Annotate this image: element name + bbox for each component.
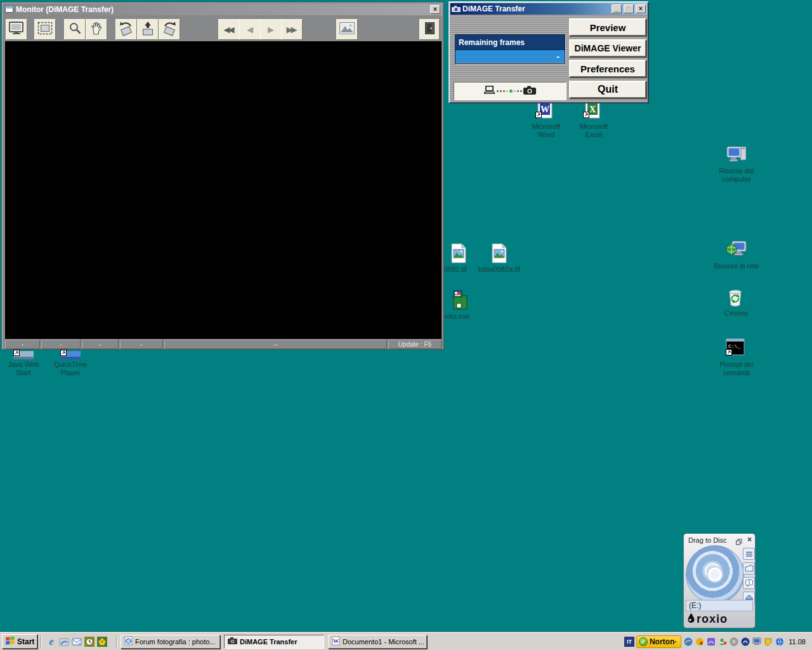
restore-icon[interactable] bbox=[736, 536, 742, 548]
security-tray-icon[interactable] bbox=[763, 637, 773, 646]
task-button-forum[interactable]: Forum fotografia : photo... bbox=[121, 635, 220, 649]
roxio-logo: roxio bbox=[688, 613, 728, 626]
taskbar-separator bbox=[41, 635, 42, 648]
info-button[interactable] bbox=[743, 577, 755, 589]
desktop-icon-recycle-bin[interactable]: Cestino bbox=[711, 287, 762, 317]
norton-tray-icon[interactable] bbox=[740, 637, 750, 646]
clock-app-icon[interactable] bbox=[83, 635, 96, 648]
prev-frame-button[interactable]: ◀ bbox=[239, 19, 261, 40]
desktop-icon-label: Java Web Start bbox=[8, 361, 39, 377]
rotate-ccw-button[interactable] bbox=[115, 19, 137, 40]
desktop-icon-tif-1[interactable]: 0082.tif bbox=[444, 243, 473, 274]
desktop-icon-exe[interactable]: icks.exe bbox=[445, 290, 476, 321]
quicktime-tray-icon[interactable] bbox=[683, 637, 693, 646]
exit-door-icon bbox=[425, 22, 435, 37]
svg-text:X: X bbox=[589, 105, 596, 114]
transfer-window: DiMAGE Transfer _ □ × Remaining frames -… bbox=[449, 1, 649, 103]
norton-badge[interactable]: ✓ Norton· bbox=[636, 635, 681, 648]
desktop-icon-command-prompt[interactable]: C:\_ Prompt dei comandi bbox=[711, 338, 762, 377]
desktop-icon-excel[interactable]: X Microsoft Excel bbox=[568, 100, 619, 139]
language-indicator[interactable]: IT bbox=[624, 637, 634, 647]
prev-frame-icon: ◀ bbox=[247, 25, 251, 34]
flip-up-button[interactable] bbox=[137, 19, 159, 40]
zoom-button[interactable] bbox=[64, 19, 86, 40]
drag-to-disc-title: Drag to Disc bbox=[688, 536, 727, 544]
dimage-viewer-button[interactable]: DiMAGE Viewer bbox=[569, 39, 646, 57]
windows-flag-icon bbox=[5, 636, 15, 647]
word-icon: W bbox=[332, 636, 340, 647]
list-button[interactable] bbox=[743, 548, 755, 560]
desktop-icon-my-computer[interactable]: Risorse del computer bbox=[711, 145, 762, 183]
desktop-icon-network[interactable]: Risorse di rete bbox=[711, 240, 762, 270]
monitor-title-bar[interactable]: Monitor (DiMAGE Transfer) × bbox=[3, 4, 442, 15]
monitor-window-title: Monitor (DiMAGE Transfer) bbox=[16, 5, 114, 14]
outlook-express-icon[interactable] bbox=[70, 635, 83, 648]
internet-explorer-icon[interactable]: e bbox=[45, 635, 58, 648]
status-segment: - bbox=[41, 340, 81, 349]
zoom-icon bbox=[69, 22, 82, 37]
maximize-icon[interactable]: □ bbox=[624, 4, 634, 13]
last-frame-button[interactable]: ▶▶ bbox=[281, 19, 303, 40]
status-segment: - bbox=[5, 340, 40, 349]
monitor-status-bar: - - - - -- Update : F5 bbox=[5, 340, 442, 349]
volume-tray-icon[interactable] bbox=[695, 637, 704, 646]
status-segment: - bbox=[82, 340, 119, 349]
close-icon[interactable]: × bbox=[747, 535, 752, 544]
image-view-button[interactable] bbox=[336, 19, 358, 40]
display-button[interactable] bbox=[6, 19, 27, 40]
drive-label-field[interactable]: (E:) bbox=[686, 600, 753, 611]
folder-button[interactable] bbox=[743, 562, 755, 574]
taskbar-separator bbox=[116, 635, 117, 648]
desktop-photos-icon[interactable] bbox=[58, 635, 70, 648]
messenger-tray-icon[interactable] bbox=[706, 637, 716, 646]
camera-icon bbox=[228, 637, 237, 646]
minimize-icon[interactable]: _ bbox=[612, 4, 622, 13]
link-dot bbox=[503, 90, 505, 92]
status-segment: -- bbox=[164, 340, 387, 349]
network-tray-icon[interactable] bbox=[775, 637, 784, 646]
preferences-button[interactable]: Preferences bbox=[569, 60, 646, 77]
flower-app-icon[interactable] bbox=[96, 635, 108, 648]
exit-button[interactable] bbox=[419, 19, 440, 40]
fit-frame-icon bbox=[37, 22, 53, 37]
transfer-title-bar[interactable]: DiMAGE Transfer _ □ × bbox=[450, 3, 647, 15]
desktop-icon-tif-2[interactable]: tobia0082a.tif bbox=[475, 243, 524, 274]
desktop-icon-label: QuickTime Player bbox=[54, 361, 87, 377]
display-tray-icon[interactable] bbox=[752, 637, 761, 646]
preview-button[interactable]: Preview bbox=[569, 18, 646, 36]
desktop-icon-word[interactable]: W Microsoft Word bbox=[521, 100, 572, 139]
last-frame-icon: ▶▶ bbox=[287, 25, 296, 34]
user-status-tray-icon[interactable] bbox=[717, 637, 727, 646]
scheduler-tray-icon[interactable] bbox=[729, 637, 738, 646]
shortcut-arrow-icon bbox=[726, 347, 732, 358]
close-icon[interactable]: × bbox=[430, 5, 440, 14]
system-tray: IT ✓ Norton· 11.08 bbox=[624, 634, 812, 649]
transfer-app-icon bbox=[452, 3, 461, 15]
quicktime-icon bbox=[60, 350, 81, 359]
desktop-icon-quicktime[interactable]: QuickTime Player bbox=[46, 350, 95, 377]
first-frame-button[interactable]: ◀◀ bbox=[218, 19, 240, 40]
link-dot bbox=[506, 90, 508, 92]
command-prompt-icon: C:\_ bbox=[726, 338, 747, 359]
next-frame-button[interactable]: ▶ bbox=[260, 19, 282, 40]
remaining-frames-panel: Remaining frames - bbox=[455, 34, 565, 64]
rotate-cw-button[interactable] bbox=[159, 19, 180, 40]
link-dot bbox=[514, 90, 516, 92]
taskbar-clock: 11.08 bbox=[789, 638, 806, 646]
network-icon bbox=[726, 240, 747, 260]
task-button-word-document[interactable]: W Documento1 - Microsoft ... bbox=[328, 635, 427, 649]
task-button-dimage-transfer[interactable]: DiMAGE Transfer bbox=[224, 635, 324, 649]
transfer-window-title: DiMAGE Transfer bbox=[462, 4, 610, 13]
fit-frame-button[interactable] bbox=[34, 19, 56, 40]
close-icon[interactable]: × bbox=[636, 4, 646, 13]
image-file-icon bbox=[490, 243, 509, 263]
quit-button[interactable]: Quit bbox=[569, 81, 646, 98]
drag-to-disc-widget: Drag to Disc × (E:) roxio bbox=[683, 533, 756, 628]
desktop-icon-java-web-start[interactable]: Java Web Start bbox=[0, 350, 47, 377]
desktop-icon-label: Microsoft Excel bbox=[580, 123, 608, 139]
pan-hand-button[interactable] bbox=[86, 19, 107, 40]
recycle-bin-icon bbox=[726, 287, 747, 307]
image-file-icon bbox=[449, 243, 468, 263]
start-button[interactable]: Start bbox=[2, 634, 37, 649]
my-computer-icon bbox=[726, 145, 747, 165]
